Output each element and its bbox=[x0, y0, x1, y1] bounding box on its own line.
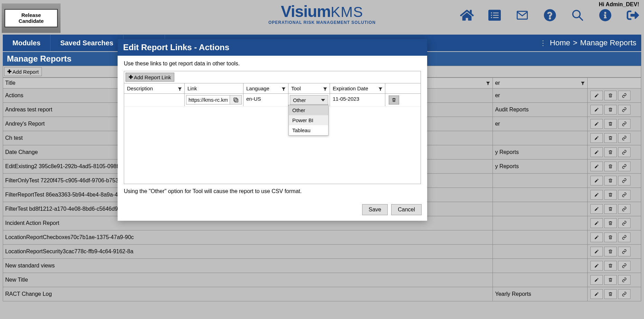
tool-select[interactable]: Other bbox=[290, 95, 328, 105]
tool-option-other[interactable]: Other bbox=[289, 105, 328, 115]
filter-icon[interactable] bbox=[281, 85, 286, 91]
add-report-link-button[interactable]: ✚Add Report Link bbox=[126, 73, 174, 82]
modal-instructions: Use these links to get report data in ot… bbox=[124, 61, 421, 67]
svg-rect-2 bbox=[235, 99, 238, 102]
cancel-button[interactable]: Cancel bbox=[391, 204, 422, 215]
edit-report-links-dialog: Edit Report Links - Actions Use these li… bbox=[118, 39, 427, 221]
col-delete bbox=[385, 83, 403, 93]
tool-option-powerbi[interactable]: Power BI bbox=[289, 115, 328, 125]
chevron-down-icon bbox=[321, 99, 325, 101]
modal-title: Edit Report Links - Actions bbox=[118, 39, 427, 56]
description-input[interactable] bbox=[126, 95, 183, 104]
col-description: Description bbox=[124, 83, 185, 93]
save-button[interactable]: Save bbox=[362, 204, 388, 215]
col-link: Link bbox=[185, 83, 243, 93]
copy-link-button[interactable] bbox=[230, 95, 242, 104]
modal-mask: Edit Report Links - Actions Use these li… bbox=[0, 0, 644, 319]
col-tool: Tool bbox=[288, 83, 330, 93]
tool-dropdown: Other Power BI Tableau bbox=[288, 105, 329, 136]
filter-icon[interactable] bbox=[378, 85, 383, 91]
report-links-grid: ✚Add Report Link Description Link Langua… bbox=[124, 71, 421, 184]
expiration-value: 11-05-2023 bbox=[330, 94, 385, 106]
tool-selected-value: Other bbox=[293, 97, 306, 103]
report-link-row: en-US Other Other Power BI Tableau bbox=[124, 94, 421, 107]
col-language: Language bbox=[243, 83, 288, 93]
delete-row-button[interactable] bbox=[389, 95, 399, 104]
language-value: en-US bbox=[243, 94, 288, 106]
filter-icon[interactable] bbox=[177, 85, 182, 91]
filter-icon[interactable] bbox=[323, 85, 328, 91]
svg-rect-3 bbox=[234, 98, 237, 101]
col-expiration: Expiration Date bbox=[330, 83, 385, 93]
link-input[interactable] bbox=[186, 95, 230, 104]
modal-footnote: Using the "Other" option for Tool will c… bbox=[124, 188, 421, 194]
tool-option-tableau[interactable]: Tableau bbox=[289, 125, 328, 135]
